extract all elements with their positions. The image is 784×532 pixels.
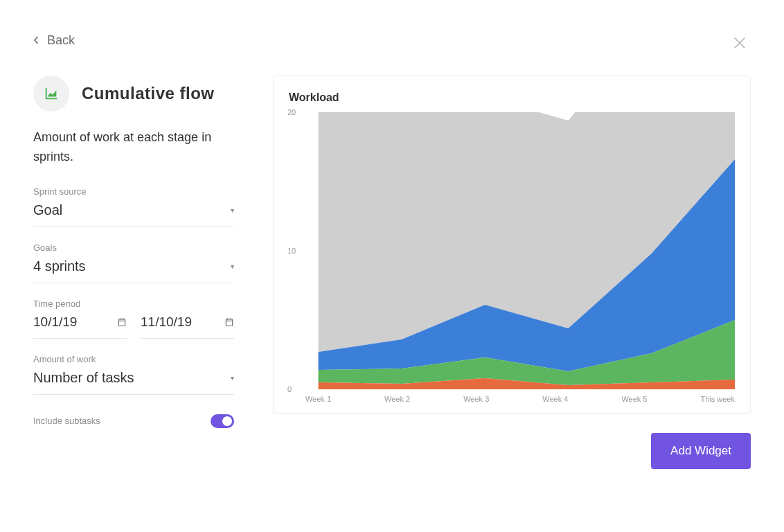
back-button[interactable]: Back bbox=[33, 33, 75, 48]
chart-title: Workload bbox=[289, 91, 735, 104]
date-from-input[interactable]: 10/1/19 bbox=[33, 314, 127, 339]
date-to-input[interactable]: 11/10/19 bbox=[141, 314, 234, 339]
add-widget-button[interactable]: Add Widget bbox=[651, 433, 751, 469]
time-period-label: Time period bbox=[33, 299, 234, 309]
config-panel: Cumulative flow Amount of work at each s… bbox=[33, 76, 234, 428]
toggle-knob bbox=[222, 416, 232, 426]
chevron-down-icon: ▾ bbox=[231, 206, 234, 214]
widget-title: Cumulative flow bbox=[82, 84, 215, 103]
workload-chart-card: Workload 20 10 0 Week 1Week 2Week 3Week … bbox=[273, 76, 751, 414]
calendar-icon bbox=[117, 317, 127, 327]
date-to-value: 11/10/19 bbox=[141, 314, 192, 330]
chart-x-ticks: Week 1Week 2Week 3Week 4Week 5This week bbox=[305, 395, 735, 403]
sprint-source-value: Goal bbox=[33, 202, 62, 218]
sprint-source-label: Sprint source bbox=[33, 186, 234, 197]
chevron-left-icon bbox=[33, 36, 39, 46]
goals-label: Goals bbox=[33, 242, 234, 253]
chevron-down-icon: ▾ bbox=[231, 263, 234, 270]
sprint-source-select[interactable]: Goal ▾ bbox=[33, 202, 234, 227]
amount-of-work-label: Amount of work bbox=[33, 354, 234, 364]
chevron-down-icon: ▾ bbox=[231, 374, 234, 382]
area-chart-icon bbox=[33, 76, 69, 112]
close-button[interactable] bbox=[730, 33, 749, 53]
calendar-icon bbox=[224, 317, 234, 327]
goals-select[interactable]: 4 sprints ▾ bbox=[33, 258, 234, 283]
area-chart bbox=[305, 112, 735, 389]
date-from-value: 10/1/19 bbox=[33, 314, 77, 330]
back-label: Back bbox=[47, 33, 75, 48]
widget-description: Amount of work at each stage in sprints. bbox=[33, 128, 234, 167]
include-subtasks-label: Include subtasks bbox=[33, 416, 100, 426]
goals-value: 4 sprints bbox=[33, 258, 86, 274]
amount-of-work-value: Number of tasks bbox=[33, 370, 134, 386]
amount-of-work-select[interactable]: Number of tasks ▾ bbox=[33, 370, 234, 395]
include-subtasks-toggle[interactable] bbox=[211, 414, 234, 428]
